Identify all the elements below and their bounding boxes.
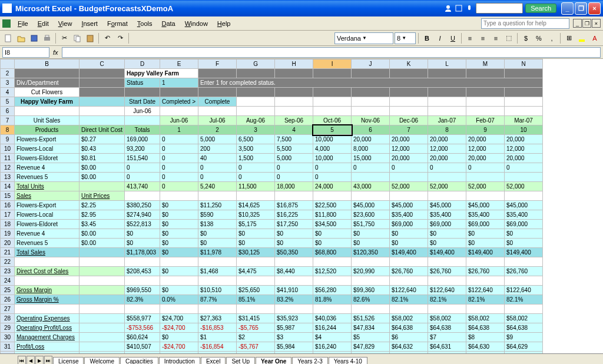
cell[interactable]: Operating Margin %	[15, 352, 79, 354]
row-header[interactable]: 8	[1, 125, 15, 135]
cell[interactable]: $2.95	[79, 210, 125, 220]
cell[interactable]: $16,225	[275, 210, 313, 220]
cell[interactable]: Oct-06	[313, 116, 352, 125]
cell[interactable]: $5,984	[275, 342, 313, 352]
cell[interactable]: $120,350	[352, 248, 390, 257]
close-button[interactable]: ×	[588, 2, 601, 15]
cell[interactable]: Aug-06	[237, 116, 275, 125]
col-header[interactable]: E	[160, 59, 198, 69]
cell[interactable]: 10,000	[313, 135, 352, 144]
cell[interactable]: 11,500	[237, 182, 275, 191]
cell[interactable]	[505, 107, 543, 116]
cell[interactable]: $5	[352, 333, 390, 342]
wb-close-button[interactable]: ×	[592, 19, 601, 28]
cell[interactable]: $522,813	[125, 220, 160, 229]
cell[interactable]: 15,000	[352, 154, 390, 163]
cell[interactable]: Direct Cost of Sales	[15, 267, 79, 276]
cell[interactable]: $22,500	[313, 201, 352, 210]
cell[interactable]: $122,640	[390, 286, 428, 295]
cell[interactable]: 18,000	[275, 182, 313, 191]
cell[interactable]: 52,000	[505, 182, 543, 191]
cell[interactable]: 43.26%	[428, 352, 466, 354]
cell[interactable]	[505, 305, 543, 314]
row-header[interactable]: 23	[1, 267, 15, 276]
cell[interactable]: 82.1%	[428, 295, 466, 305]
cell[interactable]: 0.00%	[160, 352, 198, 354]
cell[interactable]: $99,360	[352, 286, 390, 295]
cell[interactable]: $16,875	[275, 201, 313, 210]
cell[interactable]: $149,400	[466, 248, 505, 257]
cell[interactable]	[160, 276, 198, 286]
tab-nav-last[interactable]: ⏭	[44, 356, 52, 364]
row-header[interactable]: 9	[1, 135, 15, 144]
cell[interactable]: $9	[505, 333, 543, 342]
row-header[interactable]: 16	[1, 201, 15, 210]
cell[interactable]: 20,000	[428, 135, 466, 144]
cell[interactable]: $6	[390, 333, 428, 342]
cell[interactable]: $47,829	[352, 342, 390, 352]
cell[interactable]: 0	[466, 163, 505, 173]
cell[interactable]: 43.26%	[390, 352, 428, 354]
cell[interactable]: $5,175	[237, 220, 275, 229]
cell[interactable]: $0	[237, 229, 275, 239]
cell[interactable]	[313, 107, 352, 116]
cell[interactable]: $0	[160, 267, 198, 276]
cell[interactable]: $0.00	[79, 239, 125, 248]
cell[interactable]: Total Units	[15, 182, 79, 191]
cell[interactable]: Completed >	[160, 97, 198, 107]
cell[interactable]	[466, 69, 505, 78]
cell[interactable]	[15, 69, 79, 78]
cell[interactable]: 0	[160, 182, 198, 191]
cell[interactable]	[428, 257, 466, 267]
cell[interactable]	[160, 107, 198, 116]
menu-data[interactable]: Data	[157, 19, 180, 28]
undo-button[interactable]: ↶	[101, 32, 113, 44]
cell[interactable]: 8	[428, 125, 466, 135]
cell[interactable]: Flowers-Eldoret	[15, 154, 79, 163]
cell[interactable]	[79, 295, 125, 305]
align-right-button[interactable]: ≡	[490, 32, 502, 44]
cell[interactable]: 0	[390, 163, 428, 173]
cell[interactable]	[275, 191, 313, 201]
cell[interactable]: $64,630	[466, 342, 505, 352]
row-header[interactable]: 5	[1, 97, 15, 107]
cell[interactable]: $0	[160, 239, 198, 248]
cell[interactable]	[428, 276, 466, 286]
row-header[interactable]: 13	[1, 173, 15, 182]
cell[interactable]: $0.43	[79, 144, 125, 154]
cell[interactable]	[390, 97, 428, 107]
cell[interactable]: Happy Valley Farm	[125, 69, 198, 78]
row-header[interactable]: 2	[1, 69, 15, 78]
cell[interactable]: Cut Flowers	[15, 88, 79, 97]
font-select[interactable]: Verdana▼	[334, 32, 393, 44]
cell[interactable]: 2	[198, 125, 237, 135]
cell[interactable]	[125, 191, 160, 201]
cell[interactable]: $122,640	[505, 286, 543, 295]
cell[interactable]	[313, 276, 352, 286]
cell[interactable]: Flowers-Eldoret	[15, 220, 79, 229]
col-header[interactable]: G	[237, 59, 275, 69]
cell[interactable]	[79, 286, 125, 295]
cell[interactable]: Revenues 5	[15, 173, 79, 182]
cell[interactable]: $69,000	[505, 220, 543, 229]
cell[interactable]	[352, 69, 390, 78]
fillcolor-button[interactable]	[576, 32, 588, 44]
cell[interactable]: 0	[505, 163, 543, 173]
cell[interactable]: $11,978	[198, 248, 237, 257]
row-header[interactable]: 4	[1, 88, 15, 97]
row-header[interactable]: 19	[1, 229, 15, 239]
cell[interactable]: Jan-07	[428, 116, 466, 125]
menu-view[interactable]: View	[54, 19, 77, 28]
cell[interactable]: $26,760	[390, 267, 428, 276]
cell[interactable]: $1,178,003	[125, 248, 160, 257]
cell[interactable]	[79, 97, 125, 107]
cell[interactable]: $0	[505, 239, 543, 248]
menu-window[interactable]: Window	[180, 19, 213, 28]
cell[interactable]: $149,400	[505, 248, 543, 257]
cell[interactable]: -$5,767	[237, 342, 275, 352]
cell[interactable]	[15, 276, 79, 286]
maximize-button[interactable]: ❐	[575, 2, 587, 15]
row-header[interactable]: 3	[1, 78, 15, 88]
cell[interactable]	[505, 88, 543, 97]
cell[interactable]	[505, 69, 543, 78]
